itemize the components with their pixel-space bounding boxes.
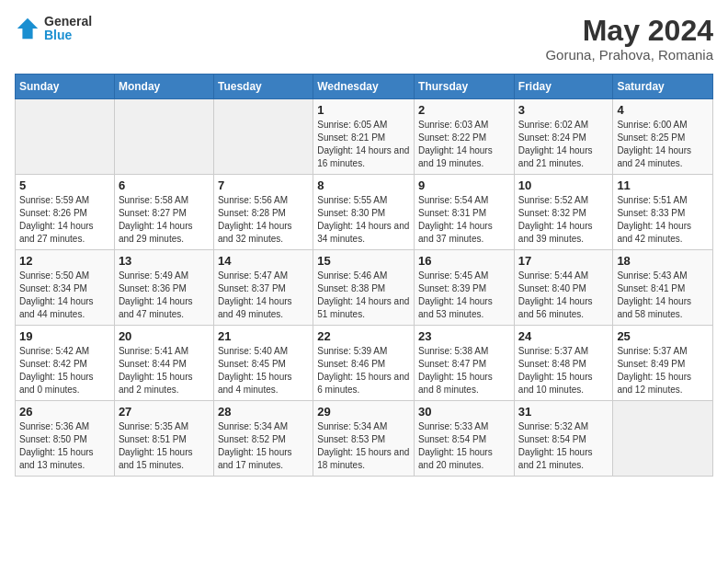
day-info: Sunrise: 5:36 AMSunset: 8:50 PMDaylight:… xyxy=(19,420,110,472)
day-info: Sunrise: 5:37 AMSunset: 8:48 PMDaylight:… xyxy=(518,345,609,396)
day-info: Sunrise: 6:05 AMSunset: 8:21 PMDaylight:… xyxy=(317,119,410,170)
calendar-cell: 25Sunrise: 5:37 AMSunset: 8:49 PMDayligh… xyxy=(613,326,713,401)
calendar-header: SundayMondayTuesdayWednesdayThursdayFrid… xyxy=(16,75,713,99)
calendar-cell xyxy=(213,99,313,175)
subtitle: Goruna, Prahova, Romania xyxy=(545,47,713,63)
day-number: 24 xyxy=(518,329,609,343)
day-number: 31 xyxy=(518,405,609,419)
day-info: Sunrise: 5:52 AMSunset: 8:32 PMDaylight:… xyxy=(518,194,609,246)
calendar-cell: 18Sunrise: 5:43 AMSunset: 8:41 PMDayligh… xyxy=(613,250,713,326)
day-info: Sunrise: 5:51 AMSunset: 8:33 PMDaylight:… xyxy=(617,194,709,246)
day-number: 22 xyxy=(317,329,410,343)
weekday-header-row: SundayMondayTuesdayWednesdayThursdayFrid… xyxy=(16,75,713,99)
calendar-cell: 17Sunrise: 5:44 AMSunset: 8:40 PMDayligh… xyxy=(514,250,613,326)
calendar-cell: 12Sunrise: 5:50 AMSunset: 8:34 PMDayligh… xyxy=(16,250,115,326)
day-number: 14 xyxy=(218,254,309,268)
svg-marker-0 xyxy=(17,18,38,39)
day-number: 6 xyxy=(119,178,210,192)
calendar-cell: 11Sunrise: 5:51 AMSunset: 8:33 PMDayligh… xyxy=(613,175,713,250)
day-number: 1 xyxy=(317,103,410,117)
day-number: 3 xyxy=(518,103,609,117)
calendar-cell: 6Sunrise: 5:58 AMSunset: 8:27 PMDaylight… xyxy=(114,175,213,250)
calendar-cell: 31Sunrise: 5:32 AMSunset: 8:54 PMDayligh… xyxy=(514,401,613,477)
calendar-cell: 2Sunrise: 6:03 AMSunset: 8:22 PMDaylight… xyxy=(415,99,515,175)
logo-line2: Blue xyxy=(44,29,92,42)
calendar-cell: 8Sunrise: 5:55 AMSunset: 8:30 PMDaylight… xyxy=(313,175,415,250)
day-info: Sunrise: 5:40 AMSunset: 8:45 PMDaylight:… xyxy=(218,345,309,396)
logo-text: General Blue xyxy=(44,15,92,43)
weekday-header-monday: Monday xyxy=(114,75,213,99)
weekday-header-thursday: Thursday xyxy=(415,75,515,99)
day-info: Sunrise: 5:35 AMSunset: 8:51 PMDaylight:… xyxy=(119,420,210,472)
day-info: Sunrise: 5:37 AMSunset: 8:49 PMDaylight:… xyxy=(617,345,709,396)
day-info: Sunrise: 5:34 AMSunset: 8:53 PMDaylight:… xyxy=(317,420,410,472)
calendar-cell: 10Sunrise: 5:52 AMSunset: 8:32 PMDayligh… xyxy=(514,175,613,250)
calendar-cell: 24Sunrise: 5:37 AMSunset: 8:48 PMDayligh… xyxy=(514,326,613,401)
day-info: Sunrise: 5:44 AMSunset: 8:40 PMDaylight:… xyxy=(518,270,609,321)
day-number: 9 xyxy=(418,178,510,192)
day-info: Sunrise: 5:34 AMSunset: 8:52 PMDaylight:… xyxy=(218,420,309,472)
day-number: 17 xyxy=(518,254,609,268)
day-number: 19 xyxy=(19,329,110,343)
calendar-cell: 5Sunrise: 5:59 AMSunset: 8:26 PMDaylight… xyxy=(16,175,115,250)
day-info: Sunrise: 5:46 AMSunset: 8:38 PMDaylight:… xyxy=(317,270,410,321)
calendar-cell: 7Sunrise: 5:56 AMSunset: 8:28 PMDaylight… xyxy=(213,175,313,250)
day-number: 4 xyxy=(617,103,709,117)
calendar-cell: 15Sunrise: 5:46 AMSunset: 8:38 PMDayligh… xyxy=(313,250,415,326)
day-info: Sunrise: 5:43 AMSunset: 8:41 PMDaylight:… xyxy=(617,270,709,321)
calendar-cell: 28Sunrise: 5:34 AMSunset: 8:52 PMDayligh… xyxy=(213,401,313,477)
day-number: 28 xyxy=(218,405,309,419)
calendar-cell: 20Sunrise: 5:41 AMSunset: 8:44 PMDayligh… xyxy=(114,326,213,401)
calendar-cell: 22Sunrise: 5:39 AMSunset: 8:46 PMDayligh… xyxy=(313,326,415,401)
calendar-cell: 4Sunrise: 6:00 AMSunset: 8:25 PMDaylight… xyxy=(613,99,713,175)
calendar-cell: 3Sunrise: 6:02 AMSunset: 8:24 PMDaylight… xyxy=(514,99,613,175)
day-info: Sunrise: 6:00 AMSunset: 8:25 PMDaylight:… xyxy=(617,119,709,170)
calendar-cell: 29Sunrise: 5:34 AMSunset: 8:53 PMDayligh… xyxy=(313,401,415,477)
day-info: Sunrise: 5:49 AMSunset: 8:36 PMDaylight:… xyxy=(119,270,210,321)
calendar-cell: 13Sunrise: 5:49 AMSunset: 8:36 PMDayligh… xyxy=(114,250,213,326)
calendar-cell: 23Sunrise: 5:38 AMSunset: 8:47 PMDayligh… xyxy=(415,326,515,401)
day-number: 26 xyxy=(19,405,110,419)
calendar-body: 1Sunrise: 6:05 AMSunset: 8:21 PMDaylight… xyxy=(16,99,713,477)
day-info: Sunrise: 5:32 AMSunset: 8:54 PMDaylight:… xyxy=(518,420,609,472)
calendar-cell xyxy=(16,99,115,175)
day-info: Sunrise: 5:50 AMSunset: 8:34 PMDaylight:… xyxy=(19,270,110,321)
weekday-header-sunday: Sunday xyxy=(16,75,115,99)
day-info: Sunrise: 5:42 AMSunset: 8:42 PMDaylight:… xyxy=(19,345,110,396)
weekday-header-saturday: Saturday xyxy=(613,75,713,99)
calendar-week-4: 19Sunrise: 5:42 AMSunset: 8:42 PMDayligh… xyxy=(16,326,713,401)
calendar-cell xyxy=(613,401,713,477)
day-info: Sunrise: 5:41 AMSunset: 8:44 PMDaylight:… xyxy=(119,345,210,396)
day-info: Sunrise: 5:33 AMSunset: 8:54 PMDaylight:… xyxy=(418,420,510,472)
day-info: Sunrise: 6:03 AMSunset: 8:22 PMDaylight:… xyxy=(418,119,510,170)
day-number: 29 xyxy=(317,405,410,419)
logo-icon xyxy=(15,16,40,41)
day-info: Sunrise: 5:38 AMSunset: 8:47 PMDaylight:… xyxy=(418,345,510,396)
title-area: May 2024 Goruna, Prahova, Romania xyxy=(545,15,713,63)
day-info: Sunrise: 5:58 AMSunset: 8:27 PMDaylight:… xyxy=(119,194,210,246)
calendar-week-3: 12Sunrise: 5:50 AMSunset: 8:34 PMDayligh… xyxy=(16,250,713,326)
day-info: Sunrise: 5:54 AMSunset: 8:31 PMDaylight:… xyxy=(418,194,510,246)
calendar-cell: 1Sunrise: 6:05 AMSunset: 8:21 PMDaylight… xyxy=(313,99,415,175)
calendar-cell: 9Sunrise: 5:54 AMSunset: 8:31 PMDaylight… xyxy=(415,175,515,250)
day-number: 16 xyxy=(418,254,510,268)
calendar-table: SundayMondayTuesdayWednesdayThursdayFrid… xyxy=(15,74,713,477)
calendar-week-2: 5Sunrise: 5:59 AMSunset: 8:26 PMDaylight… xyxy=(16,175,713,250)
day-number: 25 xyxy=(617,329,709,343)
calendar-cell: 16Sunrise: 5:45 AMSunset: 8:39 PMDayligh… xyxy=(415,250,515,326)
calendar-cell: 19Sunrise: 5:42 AMSunset: 8:42 PMDayligh… xyxy=(16,326,115,401)
logo-line1: General xyxy=(44,15,92,29)
weekday-header-friday: Friday xyxy=(514,75,613,99)
day-number: 23 xyxy=(418,329,510,343)
calendar-week-5: 26Sunrise: 5:36 AMSunset: 8:50 PMDayligh… xyxy=(16,401,713,477)
day-info: Sunrise: 5:59 AMSunset: 8:26 PMDaylight:… xyxy=(19,194,110,246)
day-number: 10 xyxy=(518,178,609,192)
calendar-cell: 30Sunrise: 5:33 AMSunset: 8:54 PMDayligh… xyxy=(415,401,515,477)
calendar-week-1: 1Sunrise: 6:05 AMSunset: 8:21 PMDaylight… xyxy=(16,99,713,175)
day-number: 15 xyxy=(317,254,410,268)
day-info: Sunrise: 5:55 AMSunset: 8:30 PMDaylight:… xyxy=(317,194,410,246)
day-number: 30 xyxy=(418,405,510,419)
day-number: 12 xyxy=(19,254,110,268)
day-number: 7 xyxy=(218,178,309,192)
calendar-cell: 21Sunrise: 5:40 AMSunset: 8:45 PMDayligh… xyxy=(213,326,313,401)
